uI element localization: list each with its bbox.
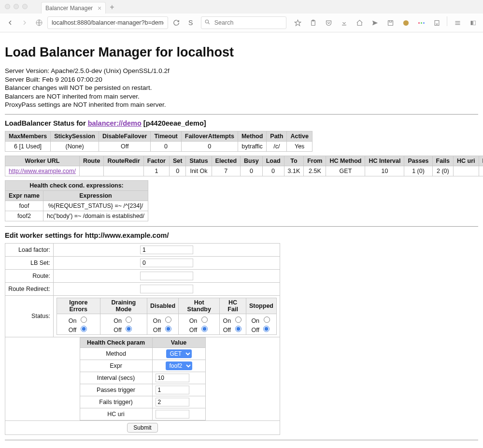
label-status: Status: bbox=[5, 295, 54, 337]
input-hc-interval[interactable] bbox=[156, 374, 189, 382]
zoom-window-dot[interactable] bbox=[22, 4, 28, 9]
noscript-icon[interactable]: S bbox=[185, 16, 197, 29]
save-icon[interactable] bbox=[384, 16, 397, 29]
input-lb-set[interactable] bbox=[140, 259, 193, 267]
svg-marker-3 bbox=[295, 20, 301, 26]
cell: foof2 bbox=[479, 166, 483, 176]
close-window-dot[interactable] bbox=[5, 4, 10, 9]
label-route: Route: bbox=[5, 269, 54, 282]
divider bbox=[5, 114, 478, 115]
radio-disabled-off[interactable] bbox=[165, 326, 171, 332]
col: HC uri bbox=[454, 156, 479, 166]
off-label: Off bbox=[153, 327, 161, 333]
clipboard-icon[interactable] bbox=[307, 16, 319, 29]
download-icon[interactable] bbox=[338, 16, 350, 29]
radio-stopped-off[interactable] bbox=[263, 326, 270, 332]
off-label: Off bbox=[114, 327, 121, 333]
col: Busy bbox=[241, 156, 263, 166]
radio-hcfail-off[interactable] bbox=[235, 326, 242, 332]
col: Load bbox=[262, 156, 284, 166]
page-content: Load Balancer Manager for localhost Serv… bbox=[0, 32, 483, 448]
radio-drain-off[interactable] bbox=[126, 326, 132, 332]
select-hc-expr[interactable]: foof2 bbox=[166, 361, 192, 370]
label: Interval (secs) bbox=[80, 372, 152, 384]
col: Set bbox=[169, 156, 185, 166]
radio-stopped-on[interactable] bbox=[264, 317, 270, 323]
edit-heading: Edit worker settings for http://www.exam… bbox=[5, 231, 478, 239]
radio-ignore-on[interactable] bbox=[81, 317, 87, 323]
worker-row: http://www.example.com/ 1 0 Init Ok 7 0 … bbox=[5, 166, 483, 176]
off-label: Off bbox=[223, 327, 231, 333]
cell: foof bbox=[5, 201, 43, 211]
label-load-factor: Load factor: bbox=[5, 243, 54, 256]
expr-title: Health check cond. expressions: bbox=[5, 180, 148, 190]
radio-ignore-off[interactable] bbox=[81, 326, 87, 332]
on-label: On bbox=[223, 318, 231, 324]
cell: GET bbox=[326, 166, 365, 176]
off-label: Off bbox=[189, 327, 197, 333]
send-icon[interactable] bbox=[369, 16, 381, 29]
close-tab-icon[interactable]: × bbox=[98, 4, 101, 12]
input-hc-fails[interactable] bbox=[156, 398, 189, 406]
submit-button[interactable]: Submit bbox=[127, 423, 157, 433]
new-tab-button[interactable]: + bbox=[110, 3, 114, 14]
input-route[interactable] bbox=[140, 272, 193, 280]
col: HC Interval bbox=[365, 156, 404, 166]
pocket-icon[interactable] bbox=[322, 16, 335, 29]
radio-hot-off[interactable] bbox=[201, 326, 208, 332]
col: RouteRedir bbox=[104, 156, 143, 166]
window-controls bbox=[5, 4, 28, 9]
select-hc-method[interactable]: GET bbox=[166, 349, 192, 358]
dropdown-icon[interactable] bbox=[430, 16, 443, 29]
radio-drain-on[interactable] bbox=[126, 317, 132, 323]
cell: (None) bbox=[51, 141, 99, 151]
cell: 0 bbox=[241, 166, 263, 176]
cell: 10 bbox=[365, 166, 404, 176]
color-dots-icon[interactable] bbox=[415, 16, 427, 29]
status-heading-suffix: [p4420eeae_demo] bbox=[142, 119, 206, 127]
input-route-redirect[interactable] bbox=[140, 285, 193, 293]
svg-rect-13 bbox=[473, 21, 475, 25]
meta-note3: ProxyPass settings are NOT inherited fro… bbox=[5, 101, 478, 109]
balancer-link[interactable]: balancer://demo bbox=[88, 119, 142, 127]
cell: 3.1K bbox=[284, 166, 304, 176]
url-bar[interactable] bbox=[47, 16, 168, 29]
on-label: On bbox=[189, 318, 198, 324]
col: To bbox=[284, 156, 304, 166]
edit-form: Load factor: LB Set: Route: Route Redire… bbox=[5, 243, 280, 435]
cell: 6 [1 Used] bbox=[5, 141, 51, 151]
radio-disabled-on[interactable] bbox=[165, 317, 171, 323]
smiley-icon[interactable] bbox=[399, 16, 412, 29]
divider bbox=[5, 226, 478, 227]
back-button[interactable] bbox=[4, 16, 16, 29]
globe-icon[interactable] bbox=[33, 16, 45, 29]
hamburger-icon[interactable] bbox=[451, 16, 464, 29]
search-input[interactable] bbox=[213, 19, 283, 27]
input-hc-uri[interactable] bbox=[156, 410, 189, 419]
input-hc-passes[interactable] bbox=[156, 386, 189, 394]
label: Fails trigger) bbox=[80, 396, 152, 408]
meta-version: Server Version: Apache/2.5.0-dev (Unix) … bbox=[5, 67, 478, 75]
meta-note2: Balancers are NOT inherited from main se… bbox=[5, 92, 478, 101]
worker-url-link[interactable]: http://www.example.com/ bbox=[9, 168, 76, 174]
home-icon[interactable] bbox=[353, 16, 366, 29]
minimize-window-dot[interactable] bbox=[14, 4, 19, 9]
browser-tab[interactable]: Balancer Manager × bbox=[41, 2, 106, 14]
worker-table: Worker URL Route RouteRedir Factor Set S… bbox=[5, 156, 483, 176]
cell: Init Ok bbox=[186, 166, 212, 176]
forward-button[interactable] bbox=[18, 16, 31, 29]
radio-hot-on[interactable] bbox=[201, 317, 208, 323]
star-icon[interactable] bbox=[291, 16, 304, 29]
toggle-icon[interactable] bbox=[467, 16, 479, 29]
col: Expression bbox=[43, 190, 148, 201]
label-route-redirect: Route Redirect: bbox=[5, 282, 54, 295]
radio-hcfail-on[interactable] bbox=[235, 317, 242, 323]
cell: foof2 bbox=[5, 211, 43, 221]
label-lb-set: LB Set: bbox=[5, 256, 54, 269]
input-load-factor[interactable] bbox=[140, 246, 193, 254]
url-input[interactable] bbox=[51, 19, 165, 27]
col: Draining Mode bbox=[100, 298, 147, 314]
search-bar[interactable] bbox=[201, 16, 286, 29]
cell: Off bbox=[99, 141, 150, 151]
reload-button[interactable] bbox=[170, 16, 183, 29]
